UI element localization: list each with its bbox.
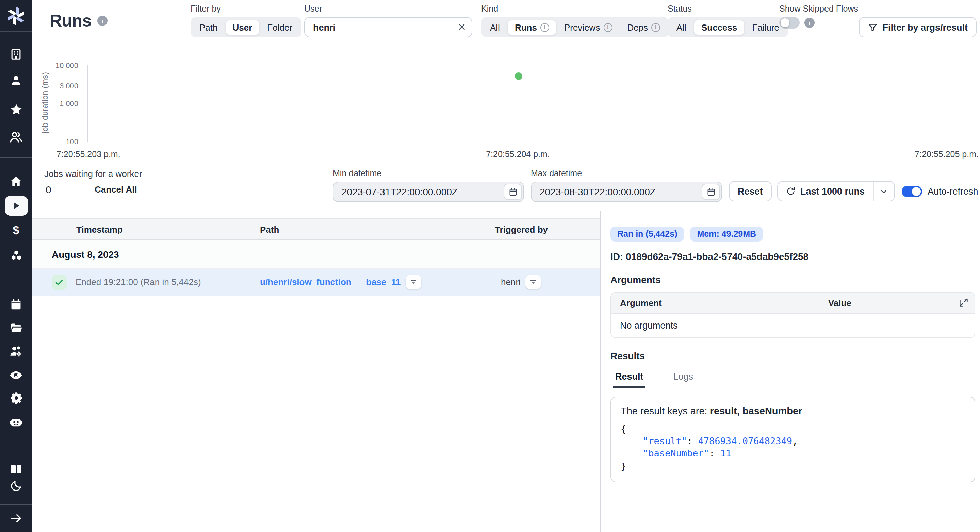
robot-icon — [9, 415, 23, 429]
windmill-logo[interactable] — [0, 0, 32, 32]
user-filter-label: User — [304, 4, 472, 14]
x-tick-center: 7:20:55.204 p.m. — [486, 150, 550, 159]
tab-logs[interactable]: Logs — [671, 367, 695, 388]
tab-result[interactable]: Result — [613, 367, 646, 389]
user-filter-input[interactable] — [304, 17, 472, 37]
col-path: Path — [260, 219, 279, 240]
sidebar-item-settings[interactable] — [0, 391, 32, 405]
kind-previews-info-icon[interactable]: i — [603, 23, 612, 32]
run-path-link[interactable]: u/henri/slow_function___base_11 — [260, 277, 401, 287]
result-json: { "result": 4786934.076482349, "baseNumb… — [620, 422, 965, 472]
run-data-point[interactable] — [515, 73, 522, 80]
max-datetime-calendar-button[interactable] — [702, 184, 720, 200]
arguments-table-header: Argument Value — [611, 292, 975, 314]
json-key: "result" — [643, 435, 687, 446]
filter-by-group: Filter by Path User Folder — [191, 4, 301, 37]
filter-args-result-button[interactable]: Filter by args/result — [859, 17, 977, 37]
auto-refresh-toggle[interactable] — [902, 186, 922, 197]
kind-segmented: All Runsi Previewsi Depsi — [481, 17, 669, 37]
filter-lines-icon — [409, 278, 417, 286]
filter-by-path[interactable]: Path — [192, 19, 225, 35]
show-skipped-info-icon[interactable]: i — [804, 18, 815, 28]
kind-runs[interactable]: Runsi — [508, 19, 557, 35]
kind-previews-label: Previews — [564, 23, 600, 32]
runs-limit-button[interactable]: Last 1000 runs — [777, 181, 894, 202]
refresh-icon — [786, 186, 795, 196]
kind-group: Kind All Runsi Previewsi Depsi — [481, 4, 669, 37]
main-content: Runs i Filter by Path User Folder User — [32, 0, 980, 532]
kind-runs-label: Runs — [515, 23, 537, 32]
cancel-all-button[interactable]: Cancel All — [95, 184, 137, 195]
sidebar-item-theme[interactable] — [0, 480, 32, 492]
clear-x-icon — [457, 22, 467, 32]
filter-lines-icon — [529, 278, 538, 286]
home-icon — [10, 175, 22, 188]
clear-user-filter-button[interactable] — [457, 22, 467, 32]
max-datetime-label: Max datetime — [531, 169, 722, 178]
no-arguments-row: No arguments — [611, 314, 975, 337]
sidebar-item-groups[interactable] — [0, 130, 32, 144]
runs-table-pane: Timestamp Path Triggered by August 8, 20… — [32, 211, 601, 532]
sidebar-item-schedules[interactable] — [0, 298, 32, 311]
runs-info-icon[interactable]: i — [98, 16, 108, 26]
show-skipped-label: Show Skipped Flows — [779, 4, 858, 14]
status-success[interactable]: Success — [694, 19, 745, 35]
sidebar-item-audit-logs[interactable] — [0, 368, 32, 382]
users-gear-icon — [9, 344, 23, 359]
show-skipped-toggle[interactable] — [779, 17, 800, 29]
arguments-table: Argument Value No arguments — [611, 292, 975, 338]
building-icon — [10, 48, 22, 60]
kind-label: Kind — [481, 4, 669, 14]
result-keys: result, baseNumber — [710, 405, 802, 416]
calendar-icon — [10, 298, 22, 311]
filter-by-user-button[interactable] — [525, 275, 541, 289]
chevron-down-icon — [879, 187, 888, 195]
col-value: Value — [793, 298, 975, 308]
kind-deps[interactable]: Depsi — [620, 19, 668, 35]
min-datetime-input[interactable] — [333, 182, 524, 202]
kind-deps-info-icon[interactable]: i — [651, 23, 660, 32]
filter-by-folder[interactable]: Folder — [259, 19, 300, 35]
filter-by-path-button[interactable] — [405, 275, 421, 289]
sidebar-item-user[interactable] — [0, 74, 32, 87]
json-line-result: "result": 4786934.076482349, — [620, 435, 965, 447]
sidebar-item-runs[interactable] — [0, 196, 32, 216]
y-tick-1000: 1 000 — [32, 99, 78, 108]
kind-all[interactable]: All — [482, 19, 508, 35]
sidebar-item-home[interactable] — [0, 175, 32, 188]
sidebar-item-docs[interactable] — [0, 463, 32, 476]
min-datetime-calendar-button[interactable] — [504, 184, 522, 200]
kind-previews[interactable]: Previewsi — [557, 19, 620, 35]
sidebar-item-favorites[interactable] — [0, 103, 32, 116]
book-open-icon — [9, 463, 23, 476]
filter-by-user[interactable]: User — [225, 19, 260, 35]
table-header: Timestamp Path Triggered by — [32, 218, 600, 240]
y-tick-10000: 10 000 — [32, 61, 78, 69]
status-all[interactable]: All — [669, 19, 694, 35]
toggle-knob — [781, 18, 789, 27]
results-tabs: Result Logs — [611, 367, 975, 389]
status-group: Status All Success Failure — [668, 4, 788, 37]
folder-open-icon — [9, 321, 23, 335]
windmill-logo-icon — [7, 6, 25, 25]
reset-button[interactable]: Reset — [729, 181, 772, 202]
sidebar-item-workers[interactable] — [0, 344, 32, 359]
max-datetime-input[interactable] — [531, 182, 722, 202]
sidebar-item-ai[interactable] — [0, 415, 32, 429]
json-sep: : — [709, 448, 721, 459]
sidebar-item-folders[interactable] — [0, 321, 32, 335]
sidebar-item-workspace[interactable] — [0, 48, 32, 60]
toolbar: Runs i Filter by Path User Folder User — [32, 0, 980, 42]
runs-limit-dropdown[interactable] — [873, 182, 894, 201]
moon-icon — [10, 480, 22, 492]
star-icon — [9, 103, 23, 116]
sidebar-expand[interactable] — [0, 511, 32, 525]
sidebar-item-resources[interactable]: $ — [0, 224, 32, 236]
col-triggered-by: Triggered by — [495, 219, 548, 240]
sidebar-item-apps[interactable] — [0, 249, 32, 263]
kind-deps-label: Deps — [627, 23, 648, 32]
date-group-row: August 8, 2023 — [32, 240, 600, 269]
run-row[interactable]: Ended 19:21:00 (Ran in 5,442s) u/henri/s… — [32, 269, 600, 296]
kind-runs-info-icon[interactable]: i — [540, 23, 549, 32]
expand-arguments-button[interactable] — [959, 298, 969, 308]
